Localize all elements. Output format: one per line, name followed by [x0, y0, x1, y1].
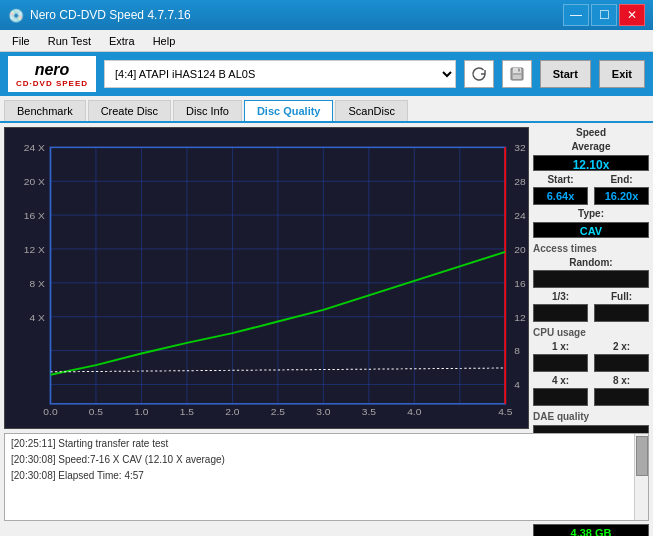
svg-text:8: 8 — [514, 346, 520, 356]
tab-scan-disc[interactable]: ScanDisc — [335, 100, 407, 121]
refresh-icon-button[interactable] — [464, 60, 494, 88]
average-label: Average — [533, 141, 649, 152]
svg-text:28: 28 — [514, 177, 525, 187]
random-column: Random: — [533, 257, 649, 288]
speed-section-label: Speed — [533, 127, 649, 138]
svg-text:0.5: 0.5 — [89, 407, 103, 417]
log-entry-1: [20:25:11] Starting transfer rate test — [11, 436, 642, 452]
onethird-label: 1/3: — [533, 291, 588, 302]
cpu8x-label: 8 x: — [594, 375, 649, 386]
cpu-section-label: CPU usage — [533, 327, 649, 338]
start-label: Start: — [533, 174, 588, 185]
app-title: Nero CD-DVD Speed 4.7.7.16 — [30, 8, 191, 22]
svg-text:8 X: 8 X — [29, 278, 45, 288]
type-label: Type: — [533, 208, 649, 219]
drive-select[interactable]: [4:4] ATAPI iHAS124 B AL0S — [104, 60, 456, 88]
log-entry-2: [20:30:08] Speed:7-16 X CAV (12.10 X ave… — [11, 452, 642, 468]
svg-rect-4 — [5, 128, 528, 428]
svg-text:4: 4 — [514, 380, 520, 390]
log-scroll-thumb[interactable] — [636, 436, 648, 476]
log-scrollbar[interactable] — [634, 434, 648, 520]
average-value: 12.10x — [533, 155, 649, 171]
app-icon: 💿 — [8, 8, 24, 23]
menu-run-test[interactable]: Run Test — [40, 31, 99, 51]
type-value: CAV — [533, 222, 649, 238]
onethird-column: 1/3: — [533, 291, 588, 322]
access-section-label: Access times — [533, 243, 649, 254]
svg-text:0.0: 0.0 — [43, 407, 57, 417]
cpu4x-label: 4 x: — [533, 375, 588, 386]
svg-text:4.0: 4.0 — [407, 407, 421, 417]
cpu4x-column: 4 x: — [533, 375, 588, 406]
full-column: Full: — [594, 291, 649, 322]
svg-text:24: 24 — [514, 211, 525, 221]
svg-text:1.5: 1.5 — [180, 407, 194, 417]
tab-benchmark[interactable]: Benchmark — [4, 100, 86, 121]
chart-area: 24 X 20 X 16 X 12 X 8 X 4 X 32 28 24 20 … — [4, 127, 529, 429]
svg-text:16: 16 — [514, 278, 525, 288]
log-content: [20:25:11] Starting transfer rate test [… — [5, 434, 648, 486]
tab-create-disc[interactable]: Create Disc — [88, 100, 171, 121]
log-entry-3: [20:30:08] Elapsed Time: 4:57 — [11, 468, 642, 484]
title-left: 💿 Nero CD-DVD Speed 4.7.7.16 — [8, 8, 191, 23]
tabs: Benchmark Create Disc Disc Info Disc Qua… — [0, 96, 653, 123]
cpu-12x-section: 1 x: 2 x: — [533, 341, 649, 372]
exit-button[interactable]: Exit — [599, 60, 645, 88]
title-bar: 💿 Nero CD-DVD Speed 4.7.7.16 — ☐ ✕ — [0, 0, 653, 30]
start-button[interactable]: Start — [540, 60, 591, 88]
dae-section-label: DAE quality — [533, 411, 649, 422]
svg-text:4 X: 4 X — [29, 312, 45, 322]
tab-disc-info[interactable]: Disc Info — [173, 100, 242, 121]
logo-sub: CD·DVD SPEED — [16, 79, 88, 88]
onethird-value — [533, 304, 588, 322]
svg-text:4.5: 4.5 — [498, 407, 512, 417]
svg-rect-3 — [518, 69, 520, 72]
main-content: 24 X 20 X 16 X 12 X 8 X 4 X 32 28 24 20 … — [0, 123, 653, 433]
chart-svg: 24 X 20 X 16 X 12 X 8 X 4 X 32 28 24 20 … — [5, 128, 528, 428]
svg-text:20: 20 — [514, 245, 525, 255]
minimize-button[interactable]: — — [563, 4, 589, 26]
toolbar: nero CD·DVD SPEED [4:4] ATAPI iHAS124 B … — [0, 52, 653, 96]
cpu1x-label: 1 x: — [533, 341, 588, 352]
disc-length-value: 4.38 GB — [533, 524, 649, 536]
cpu1x-column: 1 x: — [533, 341, 588, 372]
cpu4x-value — [533, 388, 588, 406]
svg-text:12: 12 — [514, 312, 525, 322]
end-value: 16.20x — [594, 187, 649, 205]
close-button[interactable]: ✕ — [619, 4, 645, 26]
svg-text:1.0: 1.0 — [134, 407, 148, 417]
cpu1x-value — [533, 354, 588, 372]
maximize-button[interactable]: ☐ — [591, 4, 617, 26]
logo-nero: nero — [35, 61, 70, 79]
title-controls: — ☐ ✕ — [563, 4, 645, 26]
save-icon-button[interactable] — [502, 60, 532, 88]
svg-text:24 X: 24 X — [24, 143, 46, 153]
start-column: Start: 6.64x — [533, 174, 588, 205]
onethird-full-section: 1/3: Full: — [533, 291, 649, 322]
svg-text:3.0: 3.0 — [316, 407, 330, 417]
svg-rect-2 — [513, 75, 521, 79]
menu-bar: File Run Test Extra Help — [0, 30, 653, 52]
log-area: [20:25:11] Starting transfer rate test [… — [4, 433, 649, 521]
cpu2x-value — [594, 354, 649, 372]
svg-text:2.5: 2.5 — [271, 407, 285, 417]
full-value — [594, 304, 649, 322]
svg-text:2.0: 2.0 — [225, 407, 239, 417]
tab-disc-quality[interactable]: Disc Quality — [244, 100, 334, 121]
svg-text:3.5: 3.5 — [362, 407, 376, 417]
cpu8x-value — [594, 388, 649, 406]
full-label: Full: — [594, 291, 649, 302]
menu-file[interactable]: File — [4, 31, 38, 51]
menu-extra[interactable]: Extra — [101, 31, 143, 51]
svg-text:32: 32 — [514, 143, 525, 153]
start-end-section: Start: 6.64x End: 16.20x — [533, 174, 649, 205]
random-label: Random: — [533, 257, 649, 268]
svg-text:20 X: 20 X — [24, 177, 46, 187]
cpu8x-column: 8 x: — [594, 375, 649, 406]
end-label: End: — [594, 174, 649, 185]
cpu-48x-section: 4 x: 8 x: — [533, 375, 649, 406]
random-value — [533, 270, 649, 288]
cpu2x-column: 2 x: — [594, 341, 649, 372]
right-panel: Speed Average 12.10x Start: 6.64x End: 1… — [533, 123, 653, 433]
menu-help[interactable]: Help — [145, 31, 184, 51]
